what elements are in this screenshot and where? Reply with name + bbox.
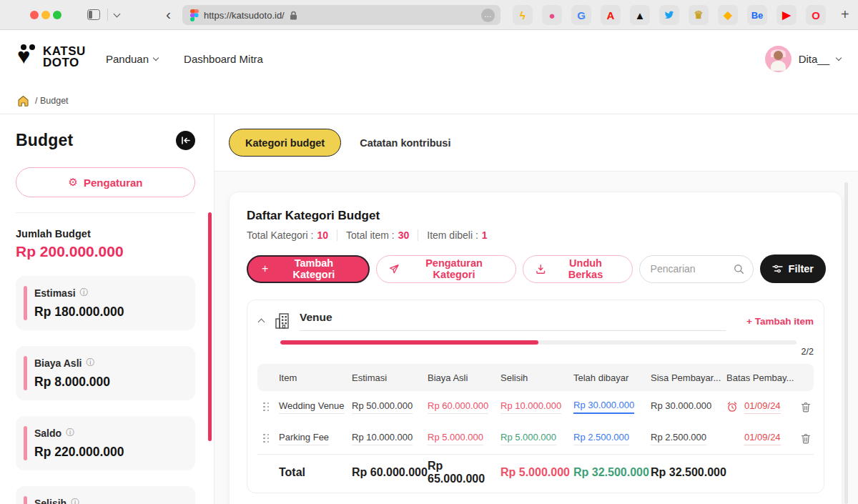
- summary-card-selisih: Selisihⓘ: [16, 486, 195, 504]
- tabstrip: Kategori budget Catatan kontribusi: [214, 114, 858, 172]
- table-row: Wedding Venue Rp 50.000.000 Rp 60.000.00…: [257, 391, 814, 423]
- jumlah-budget-label: Jumlah Budget: [16, 228, 195, 239]
- back-button[interactable]: ‹: [166, 6, 171, 23]
- browser-sidebar-icon[interactable]: [87, 9, 100, 20]
- info-icon[interactable]: ⓘ: [86, 357, 94, 369]
- summary-card-estimasi: Estimasiⓘ Rp 180.000.000: [16, 276, 195, 330]
- filter-icon: [772, 265, 783, 273]
- collapse-left-icon: [181, 137, 190, 144]
- katsudoto-logo[interactable]: ♥ KATSUDOTO: [17, 44, 86, 71]
- lock-icon: [290, 11, 297, 20]
- pengaturan-button[interactable]: ⚙ Pengaturan: [16, 167, 195, 197]
- tambah-kategori-button[interactable]: + Tambah Kategori: [247, 255, 370, 283]
- summary-card-biaya-asli: Biaya Asliⓘ Rp 8.000.000: [16, 346, 195, 400]
- jumlah-budget-value: Rp 200.000.000: [16, 243, 195, 260]
- katsudoto-logo-icon: ♥: [17, 44, 40, 71]
- new-tab-plus-icon[interactable]: +: [841, 6, 849, 23]
- chevron-down-icon[interactable]: [114, 11, 121, 18]
- tab-catatan-kontribusi[interactable]: Catatan kontribusi: [360, 137, 450, 149]
- close-window-button[interactable]: [30, 11, 39, 19]
- card-title: Daftar Kategori Budget: [247, 209, 832, 223]
- accent-bar: [24, 496, 27, 504]
- chrome-divider: [107, 9, 108, 21]
- divider: [337, 229, 337, 241]
- zoom-window-button[interactable]: [53, 11, 61, 19]
- biaya-asli-field[interactable]: Rp 60.000.000: [428, 400, 488, 414]
- pengaturan-kategori-button[interactable]: Pengaturan Kategori: [376, 255, 516, 283]
- opera-extension-icon[interactable]: O: [806, 5, 826, 25]
- batas-pembayaran-field[interactable]: 01/09/24: [744, 432, 781, 445]
- alarm-icon: [726, 401, 738, 412]
- home-icon[interactable]: [17, 95, 29, 107]
- drag-handle-icon[interactable]: [263, 434, 270, 443]
- nav-panduan[interactable]: Panduan: [106, 53, 158, 65]
- biaya-asli-field[interactable]: Rp 5.000.000: [428, 432, 483, 445]
- sidebar-scrollbar[interactable]: [208, 212, 212, 441]
- total-selisih: Rp 5.000.000: [500, 466, 573, 479]
- twitter-extension-icon[interactable]: [659, 5, 679, 25]
- col-telah-dibayar: Telah dibayar: [573, 372, 651, 383]
- trash-icon: [801, 402, 811, 412]
- filter-button[interactable]: Filter: [760, 255, 826, 283]
- actions-row: + Tambah Kategori Pengaturan Kategori Un…: [247, 255, 832, 283]
- dribbble-extension-icon[interactable]: ●: [542, 5, 562, 25]
- estimasi-field[interactable]: Rp 50.000.000: [352, 400, 413, 414]
- sisa-pembayaran-value: Rp 30.000.000: [651, 400, 711, 413]
- info-icon[interactable]: ⓘ: [66, 427, 74, 439]
- col-batas-pembayaran: Batas Pembay...: [726, 372, 801, 383]
- user-name: Dita__: [799, 53, 829, 65]
- google-extension-icon[interactable]: G: [571, 5, 591, 25]
- flash-extension-icon[interactable]: ϟ: [513, 5, 533, 25]
- download-icon: [536, 264, 546, 275]
- progress-track: [280, 340, 797, 345]
- info-icon[interactable]: ⓘ: [80, 287, 89, 299]
- drag-handle-icon[interactable]: [263, 402, 270, 412]
- col-sisa-pembayaran: Sisa Pembayar...: [651, 372, 726, 383]
- sidebar-collapse-button[interactable]: [176, 131, 195, 150]
- crown-extension-icon[interactable]: ♛: [689, 5, 709, 25]
- figma-favicon-icon: [190, 9, 199, 21]
- item-name-field[interactable]: Wedding Venue: [279, 400, 345, 414]
- summary-card-saldo: Saldoⓘ Rp 220.000.000: [16, 416, 195, 470]
- telah-dibayar-field[interactable]: Rp 2.500.000: [573, 432, 629, 445]
- delete-item-button[interactable]: [801, 433, 824, 444]
- info-icon[interactable]: ⓘ: [71, 497, 79, 504]
- minimize-window-button[interactable]: [41, 11, 50, 19]
- address-bar[interactable]: https://katsudoto.id/ …: [182, 5, 500, 25]
- nav-dashboard-mitra[interactable]: Dashboard Mitra: [184, 53, 263, 65]
- user-menu[interactable]: Dita__: [765, 30, 841, 87]
- tab-kategori-budget[interactable]: Kategori budget: [229, 129, 341, 157]
- stat-total-kategori: Total Kategori :10: [247, 229, 328, 241]
- breadcrumb-path[interactable]: / Budget: [35, 96, 69, 106]
- divider: [418, 229, 418, 241]
- total-label: Total: [279, 466, 352, 479]
- tambah-item-link[interactable]: + Tambah item: [746, 316, 814, 327]
- batas-pembayaran-field[interactable]: 01/09/24: [744, 400, 781, 414]
- collapse-category-button[interactable]: [257, 315, 265, 328]
- delete-item-button[interactable]: [801, 402, 824, 412]
- table-row: Parking Fee Rp 10.000.000 Rp 5.000.000 R…: [257, 423, 814, 454]
- page-scrollbar[interactable]: [844, 182, 848, 504]
- search-input[interactable]: [651, 263, 729, 275]
- browser-chrome: ‹ https://katsudoto.id/ … ϟ ● G A ▲ ♛ ◆ …: [0, 0, 858, 30]
- adidas-extension-icon[interactable]: ▲: [630, 5, 650, 25]
- unduh-berkas-button[interactable]: Unduh Berkas: [523, 255, 633, 283]
- col-biaya-asli: Biaya Asli: [428, 372, 500, 383]
- progress-fill: [280, 340, 538, 345]
- adobe-extension-icon[interactable]: A: [601, 5, 621, 25]
- telah-dibayar-field[interactable]: Rp 30.000.000: [573, 400, 634, 414]
- plus-icon: +: [262, 262, 268, 275]
- sketch-extension-icon[interactable]: ◆: [718, 5, 738, 25]
- col-estimasi: Estimasi: [352, 372, 428, 383]
- category-name-field[interactable]: Venue: [300, 311, 726, 331]
- content-area: Daftar Kategori Budget Total Kategori :1…: [214, 172, 858, 504]
- estimasi-field[interactable]: Rp 10.000.000: [352, 432, 413, 445]
- more-options-icon[interactable]: …: [481, 9, 495, 22]
- item-name-field[interactable]: Parking Fee: [279, 432, 329, 445]
- behance-extension-icon[interactable]: Be: [747, 5, 767, 25]
- page-title: Budget: [16, 131, 73, 150]
- divider: [16, 212, 195, 213]
- youtube-extension-icon[interactable]: ▶: [776, 5, 797, 25]
- search-icon[interactable]: [734, 264, 744, 275]
- accent-bar: [24, 356, 27, 390]
